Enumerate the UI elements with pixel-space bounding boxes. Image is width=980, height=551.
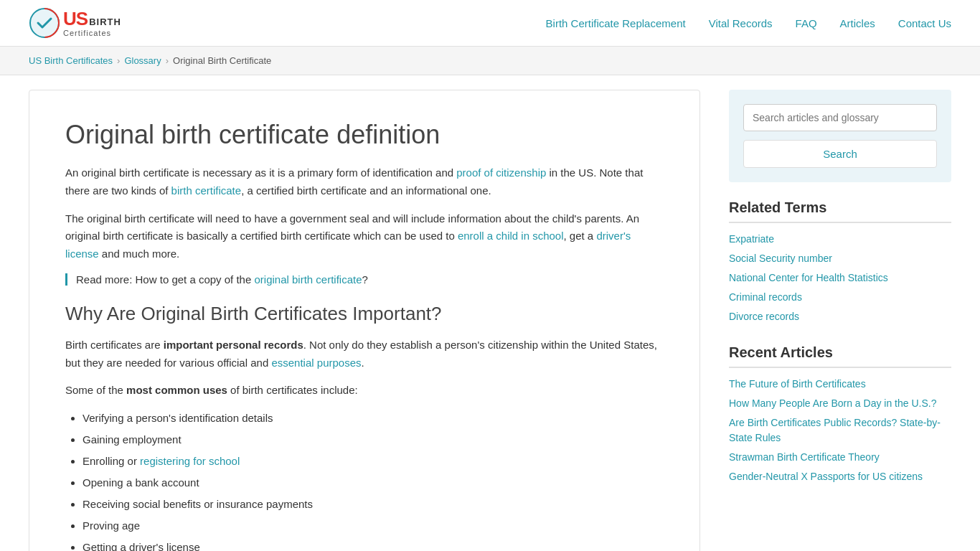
related-link-ssn[interactable]: Social Security number [729, 253, 832, 264]
nav-contact[interactable]: Contact Us [898, 17, 951, 29]
list-item: Proving age [83, 517, 664, 534]
article-wrapper: Original birth certificate definition An… [29, 90, 700, 551]
read-more-block: Read more: How to get a copy of the orig… [65, 273, 664, 286]
breadcrumb-sep2: › [166, 55, 169, 66]
breadcrumb-sep1: › [117, 55, 120, 66]
list-item: Expatriate [729, 232, 951, 247]
list-item: Enrolling or registering for school [83, 453, 664, 470]
sidebar: Search Related Terms Expatriate Social S… [729, 90, 951, 551]
logo-us: US [63, 9, 88, 29]
article-body: An original birth certificate is necessa… [65, 164, 664, 551]
nav-birth-cert[interactable]: Birth Certificate Replacement [546, 17, 686, 29]
breadcrumb-home[interactable]: US Birth Certificates [29, 55, 113, 66]
recent-link-future[interactable]: The Future of Birth Certificates [729, 378, 866, 390]
list-item: Criminal records [729, 290, 951, 305]
section-para-2: Some of the most common uses of birth ce… [65, 382, 664, 400]
recent-link-gender-neutral[interactable]: Gender-Neutral X Passports for US citize… [729, 471, 923, 482]
logo-certificates: Certificates [63, 29, 121, 37]
list-item: Gaining employment [83, 431, 664, 448]
related-terms-section: Related Terms Expatriate Social Security… [729, 199, 951, 324]
list-item: Gender-Neutral X Passports for US citize… [729, 469, 951, 484]
logo-birth: BIRTH [89, 17, 121, 27]
search-box: Search [729, 90, 951, 182]
related-link-divorce[interactable]: Divorce records [729, 311, 799, 322]
list-item: Social Security number [729, 251, 951, 266]
intro-para-1: An original birth certificate is necessa… [65, 164, 664, 200]
related-terms-title: Related Terms [729, 199, 951, 223]
list-item: Receiving social benefits or insurance p… [83, 496, 664, 513]
section-title: Why Are Original Birth Certificates Impo… [65, 303, 664, 325]
logo-icon [29, 7, 60, 39]
nav-articles[interactable]: Articles [840, 17, 875, 29]
proof-of-citizenship-link[interactable]: proof of citizenship [456, 166, 546, 179]
breadcrumb-current: Original Birth Certificate [173, 55, 271, 66]
nav-faq[interactable]: FAQ [796, 17, 817, 29]
recent-link-born-day[interactable]: How Many People Are Born a Day in the U.… [729, 397, 936, 409]
logo-text: US BIRTH Certificates [63, 9, 121, 38]
read-more-link[interactable]: original birth certificate [254, 273, 362, 286]
recent-links-list: The Future of Birth Certificates How Man… [729, 377, 951, 484]
search-button[interactable]: Search [743, 140, 937, 168]
logo[interactable]: US BIRTH Certificates [29, 7, 121, 39]
search-input[interactable] [743, 104, 937, 131]
recent-articles-title: Recent Articles [729, 344, 951, 368]
recent-link-public-records[interactable]: Are Birth Certificates Public Records? S… [729, 417, 941, 443]
main-nav: Birth Certificate Replacement Vital Reco… [546, 17, 951, 29]
breadcrumb-glossary[interactable]: Glossary [124, 55, 161, 66]
list-item: National Center for Health Statistics [729, 270, 951, 286]
list-item: Opening a bank account [83, 474, 664, 491]
intro-para-2: The original birth certificate will need… [65, 210, 664, 263]
breadcrumb: US Birth Certificates › Glossary › Origi… [0, 47, 980, 75]
enroll-child-link[interactable]: enroll a child in school [458, 230, 564, 242]
recent-link-strawman[interactable]: Strawman Birth Certificate Theory [729, 451, 880, 463]
uses-list: Verifying a person's identification deta… [83, 410, 664, 551]
site-header: US BIRTH Certificates Birth Certificate … [0, 0, 980, 47]
birth-certificate-link[interactable]: birth certificate [171, 184, 242, 197]
list-item: The Future of Birth Certificates [729, 377, 951, 392]
related-link-nchs[interactable]: National Center for Health Statistics [729, 272, 888, 283]
list-item: Getting a driver's license [83, 539, 664, 551]
list-item: Verifying a person's identification deta… [83, 410, 664, 427]
list-item: Strawman Birth Certificate Theory [729, 450, 951, 465]
section-para-1: Birth certificates are important persona… [65, 336, 664, 372]
registering-school-link[interactable]: registering for school [140, 455, 240, 467]
list-item: How Many People Are Born a Day in the U.… [729, 396, 951, 411]
list-item: Divorce records [729, 309, 951, 324]
article-title: Original birth certificate definition [65, 119, 664, 150]
related-links-list: Expatriate Social Security number Nation… [729, 232, 951, 324]
essential-purposes-link[interactable]: essential purposes [271, 357, 361, 369]
recent-articles-section: Recent Articles The Future of Birth Cert… [729, 344, 951, 484]
main-container: Original birth certificate definition An… [0, 75, 980, 551]
list-item: Are Birth Certificates Public Records? S… [729, 415, 951, 446]
related-link-expatriate[interactable]: Expatriate [729, 233, 774, 245]
nav-vital-records[interactable]: Vital Records [709, 17, 773, 29]
related-link-criminal[interactable]: Criminal records [729, 291, 802, 303]
